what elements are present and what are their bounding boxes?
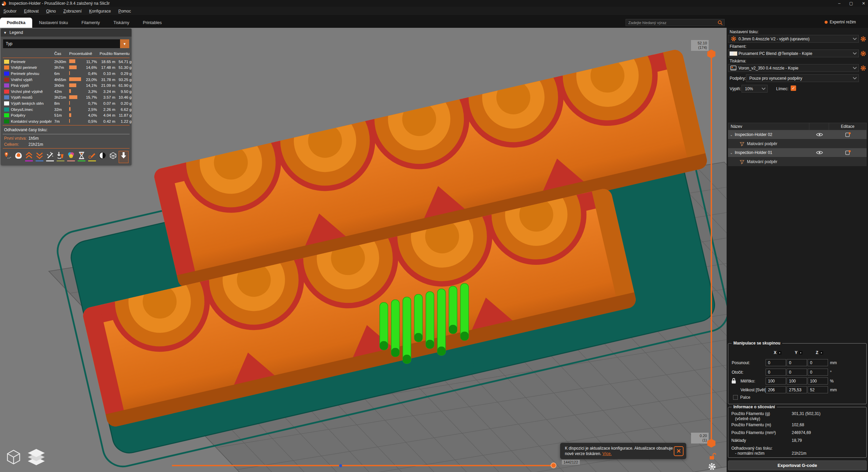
manip-input-y[interactable]: 0: [787, 359, 807, 366]
object-child-row[interactable]: Malování podpěr: [728, 157, 867, 166]
3d-editor-view-button[interactable]: [5, 448, 22, 466]
edit-object-icon[interactable]: [829, 132, 867, 138]
object-row[interactable]: ⌄Inspection-Holder 02: [728, 130, 867, 139]
info-value: 18,79: [792, 438, 802, 443]
legend-row: Výplň tenkých stěn8m0,7%0.07 m0.20 g: [1, 100, 132, 106]
extrusion-color-swatch: [4, 65, 9, 70]
tab-filamenty[interactable]: Filamenty: [75, 18, 106, 28]
legend-row: Kontaktní vrstvy podpěr7m0,5%0.42 m1.22 …: [1, 118, 132, 124]
filament-select[interactable]: Prusament PC Blend @Template - Kopie: [728, 50, 859, 57]
inches-row[interactable]: Palce: [733, 395, 750, 400]
total-time-value: 21h21m: [28, 142, 43, 147]
edit-header: Editace: [829, 124, 866, 129]
manip-input-x[interactable]: 100: [766, 377, 786, 385]
search-input[interactable]: Zadejte hledaný výraz: [626, 19, 725, 26]
edit-filament-button[interactable]: [860, 51, 866, 57]
menu-editovat[interactable]: Editovat: [24, 9, 39, 14]
shells-icon: [98, 151, 107, 160]
retractions-icon: [25, 151, 33, 160]
edit-object-icon[interactable]: [829, 150, 867, 156]
collapse-triangle-icon[interactable]: ▼: [3, 31, 7, 35]
manip-unit: %: [830, 379, 834, 383]
legend-title: Legend: [9, 30, 23, 35]
eye-icon[interactable]: [810, 133, 829, 137]
inches-checkbox[interactable]: [733, 395, 738, 400]
menu-zobrazení[interactable]: Zobrazení: [63, 9, 82, 14]
tab-podložka[interactable]: Podložka: [0, 18, 32, 28]
custom-gcode-toggle[interactable]: [87, 151, 97, 163]
layer-slider[interactable]: [711, 54, 712, 444]
info-label: Použito Filamentu (g): [731, 411, 770, 416]
prusaslicer-window: Inspection-Holder - PrusaSlicer-2.9.4 za…: [0, 0, 868, 472]
manip-input-z[interactable]: 52: [808, 386, 828, 393]
menu-pomoc[interactable]: Pomoc: [118, 9, 131, 14]
preview-layers-view-button[interactable]: [26, 444, 47, 468]
minimize-button[interactable]: –: [838, 1, 841, 6]
manip-input-x[interactable]: 206: [766, 386, 786, 393]
layer-slider-top-label: 52.10(174): [691, 40, 709, 51]
view-type-select[interactable]: Typ ▼: [3, 39, 129, 48]
shells-toggle[interactable]: [98, 151, 107, 163]
mode-badge[interactable]: Expertní režim: [825, 20, 856, 24]
manip-input-z[interactable]: 100: [808, 377, 828, 385]
edit-print-settings-button[interactable]: [860, 36, 866, 42]
slider-unlock-icon[interactable]: [709, 452, 716, 460]
travel-moves-toggle[interactable]: [3, 151, 13, 163]
tool-changes-toggle[interactable]: [56, 151, 65, 163]
wipe-moves-toggle[interactable]: [14, 151, 23, 163]
manip-input-y[interactable]: 275,53: [787, 386, 807, 393]
export-gcode-button[interactable]: Exportovat G-code: [728, 460, 867, 470]
pause-prints-toggle[interactable]: [77, 151, 86, 163]
slider-settings-gear-icon[interactable]: [708, 463, 716, 471]
brim-checkbox[interactable]: ✓: [791, 85, 796, 91]
color-changes-toggle[interactable]: [66, 151, 76, 163]
manip-input-y[interactable]: 100: [787, 377, 807, 385]
manip-input-z[interactable]: 0: [808, 369, 828, 376]
object-list-header: Název Editace: [728, 123, 867, 130]
infill-select[interactable]: 10%: [742, 85, 768, 93]
legend-row: Perimetr převisu6m0,4%0.10 m0.29 g: [1, 71, 132, 77]
tab-nastavení-tisku[interactable]: Nastavení tisku: [32, 18, 75, 28]
manip-input-z[interactable]: 0: [808, 359, 828, 366]
tool-marker-toggle[interactable]: [119, 151, 128, 163]
maximize-button[interactable]: ▢: [849, 1, 853, 6]
info-value: 21h21m: [792, 451, 806, 456]
col-percent: Procentuálně: [69, 52, 97, 56]
uniform-scale-lock-icon[interactable]: [731, 377, 736, 384]
legend-row: Výplň mostů3h21m15,7%3.57 m10.46 g: [1, 95, 132, 101]
manip-input-x[interactable]: 0: [766, 369, 786, 376]
manip-input-x[interactable]: 0: [766, 359, 786, 366]
menu-soubor[interactable]: Soubor: [3, 9, 17, 14]
manip-input-y[interactable]: 0: [787, 369, 807, 376]
tab-tiskárny[interactable]: Tiskárny: [107, 18, 136, 28]
dropdown-arrow-icon[interactable]: ▼: [120, 39, 129, 48]
travel-box-toggle[interactable]: [108, 151, 118, 163]
notification-line2: nové verze tiskáren.: [565, 451, 601, 456]
notification-more-link[interactable]: Více.: [603, 451, 612, 456]
deretractions-toggle[interactable]: [35, 151, 44, 163]
menu-konfigurace[interactable]: Konfigurace: [89, 9, 111, 14]
seams-toggle[interactable]: [45, 151, 55, 163]
menu-okno[interactable]: Okno: [46, 9, 56, 14]
printer-select[interactable]: Voron_v2_350 0.4 nozzle - Kopie: [728, 64, 859, 72]
name-header: Název: [728, 123, 809, 130]
retractions-toggle[interactable]: [24, 151, 34, 163]
horizontal-move-slider[interactable]: [172, 465, 554, 466]
support-paint-icon: [739, 159, 745, 164]
printer-label: Tiskárna:: [730, 59, 746, 63]
tab-printables[interactable]: Printables: [136, 18, 169, 28]
notification-close-button[interactable]: ✕: [674, 446, 684, 456]
mode-label: Expertní režim: [830, 20, 856, 24]
close-button[interactable]: ✕: [862, 1, 865, 6]
total-time-row: Celkem: 21h21m: [1, 141, 132, 148]
edit-printer-button[interactable]: [860, 65, 866, 71]
eye-icon[interactable]: [810, 151, 829, 155]
search-icon[interactable]: [717, 20, 723, 25]
legend-header[interactable]: ▼ Legend: [1, 28, 132, 37]
print-settings-select[interactable]: 0.3mm 0.4nozzle V2 - výplň (upraveno): [728, 35, 859, 43]
horizontal-slider-handle[interactable]: [551, 463, 556, 468]
filament-value: Prusament PC Blend @Template - Kopie: [738, 51, 851, 56]
supports-select[interactable]: Pouze pro vynucené podpěry: [746, 74, 859, 82]
object-row[interactable]: ⌄Inspection-Holder 01: [728, 148, 867, 157]
object-child-row[interactable]: Malování podpěr: [728, 139, 867, 148]
